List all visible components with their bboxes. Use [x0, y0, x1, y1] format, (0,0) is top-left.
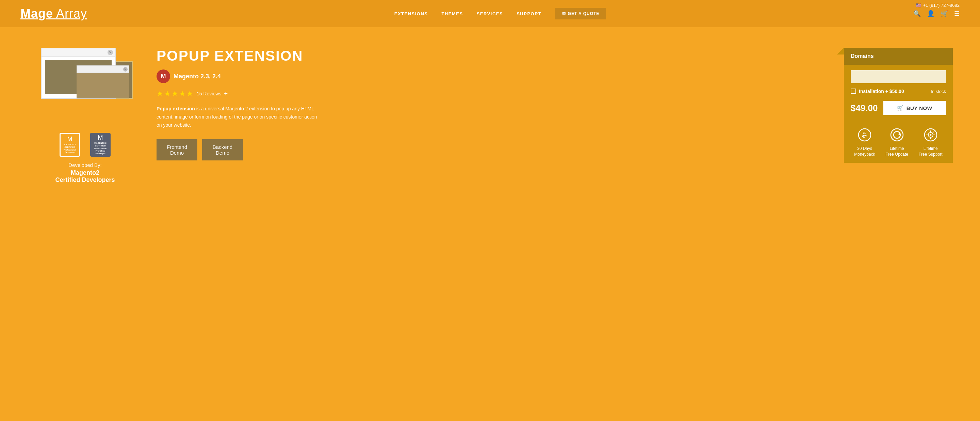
magento-version: Magento 2.3, 2.4: [173, 73, 221, 80]
badge-frontend-developer: M MAGENTO 2 CERTIFIED Professional Front…: [87, 133, 114, 157]
nav-themes[interactable]: Themes: [442, 11, 463, 16]
features-row: 30 30 DaysMoneyback: [851, 123, 946, 157]
frontend-demo-button[interactable]: FrontendDemo: [156, 139, 197, 160]
logo-bold: Mage: [21, 6, 53, 21]
nav-extensions[interactable]: Extensions: [395, 11, 428, 16]
middle-column: POPUP EXTENSION M Magento 2.3, 2.4 ★★★★★…: [156, 48, 824, 160]
get-quote-button[interactable]: ✉ Get a Quote: [555, 8, 606, 19]
close-icon[interactable]: ✕: [108, 50, 113, 55]
phone-top: 🇺🇸 +1 (917) 727-8682: [916, 3, 959, 8]
menu-icon[interactable]: ☰: [954, 10, 959, 18]
update-label: LifetimeFree Update: [885, 146, 908, 157]
reviews-count: 15 Reviews: [197, 91, 221, 96]
developer-name: Magento2Certified Developers: [55, 169, 115, 183]
certification-badges: M MAGENTO 2 CERTIFIED Professional Devel…: [56, 133, 114, 157]
svg-text:30: 30: [863, 131, 866, 134]
update-icon: [889, 127, 905, 143]
logo[interactable]: Mage Array: [21, 6, 87, 21]
left-column: ✕ ✕ M MAGENTO 2 CERTIFIED Profession: [34, 48, 136, 183]
quote-envelope-icon: ✉: [562, 11, 566, 16]
installation-label: Installation + $50.00: [859, 89, 904, 94]
magento-logo-row: M Magento 2.3, 2.4: [156, 70, 824, 83]
add-review-icon[interactable]: +: [224, 90, 228, 97]
header-icons: 🔍 👤 🛒 ☰: [913, 10, 959, 18]
installation-left: Installation + $50.00: [851, 89, 904, 94]
feature-moneyback: 30 30 DaysMoneyback: [854, 127, 875, 157]
popup-overlay-bar: ✕: [76, 65, 129, 73]
domains-input[interactable]: [851, 70, 946, 83]
cart-icon[interactable]: 🛒: [940, 10, 948, 18]
magento-m-icon-1: M: [67, 136, 73, 143]
product-price: $49.00: [851, 103, 878, 113]
feature-update: LifetimeFree Update: [885, 127, 908, 157]
nav-support[interactable]: Support: [517, 11, 541, 16]
phone-number: +1 (917) 727-8682: [923, 3, 959, 8]
developed-by-label: Developed By:: [68, 162, 102, 168]
popup-overlay-box: [76, 73, 129, 99]
buy-now-button[interactable]: 🛒 BUY NOW: [883, 101, 946, 115]
support-icon: [923, 127, 939, 143]
cart-icon-btn: 🛒: [897, 105, 904, 111]
search-icon[interactable]: 🔍: [913, 10, 921, 18]
backend-demo-button[interactable]: BackendDemo: [202, 139, 243, 160]
moneyback-label: 30 DaysMoneyback: [854, 146, 875, 157]
domains-header: Domains: [844, 48, 953, 65]
logo-light: Array: [53, 6, 87, 21]
in-stock-badge: In stock: [931, 89, 946, 94]
right-column: Domains Installation + $50.00 In stock $…: [844, 48, 953, 163]
svg-point-7: [930, 134, 931, 136]
moneyback-icon: 30: [856, 127, 873, 143]
badge-professional-developer: M MAGENTO 2 CERTIFIED Professional Devel…: [56, 133, 83, 157]
purchase-card: Domains Installation + $50.00 In stock $…: [844, 48, 953, 163]
magento-circle-icon: M: [156, 70, 170, 83]
popup-illustration: ✕ ✕: [37, 48, 133, 123]
nav-services[interactable]: Services: [477, 11, 503, 16]
installation-checkbox[interactable]: [851, 89, 856, 94]
demo-buttons: FrontendDemo BackendDemo: [156, 139, 824, 160]
feature-support: LifetimeFree Support: [919, 127, 943, 157]
svg-point-3: [891, 129, 903, 141]
stars-row: ★★★★★ 15 Reviews +: [156, 89, 824, 98]
product-title: POPUP EXTENSION: [156, 48, 824, 64]
card-body: Installation + $50.00 In stock $49.00 🛒 …: [844, 65, 953, 163]
user-icon[interactable]: 👤: [927, 10, 934, 18]
price-buy-row: $49.00 🛒 BUY NOW: [851, 101, 946, 115]
star-rating: ★★★★★: [156, 89, 194, 98]
support-label: LifetimeFree Support: [919, 146, 943, 157]
product-description: Popup extension is a universal Magento 2…: [156, 105, 320, 129]
magento-m-icon-2: M: [98, 134, 103, 141]
main-content: ✕ ✕ M MAGENTO 2 CERTIFIED Profession: [0, 27, 980, 204]
header: 🇺🇸 +1 (917) 727-8682 Mage Array Extensio…: [0, 0, 980, 27]
close-small-icon[interactable]: ✕: [123, 67, 127, 72]
main-nav: Extensions Themes Services Support ✉ Get…: [395, 8, 606, 19]
flag-icon: 🇺🇸: [916, 3, 921, 8]
titlebar: ✕: [41, 48, 115, 57]
installation-row: Installation + $50.00 In stock: [851, 89, 946, 94]
